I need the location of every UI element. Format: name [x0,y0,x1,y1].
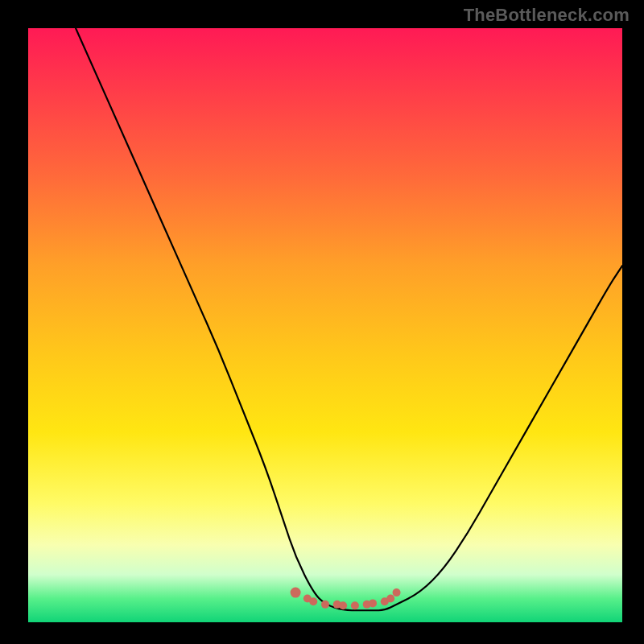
bottleneck-curve [76,28,622,610]
watermark-text: TheBottleneck.com [464,5,630,26]
curve-layer [28,28,622,622]
marker-dot [309,597,317,605]
marker-dot [369,599,377,607]
marker-dot [339,601,347,609]
chart-frame: TheBottleneck.com [0,0,644,644]
optimal-range-markers [291,588,401,610]
marker-dot [321,601,329,609]
marker-dot [291,588,301,598]
marker-dot [386,594,394,602]
marker-dot [351,601,359,609]
plot-area [28,28,622,622]
marker-dot [393,588,401,597]
